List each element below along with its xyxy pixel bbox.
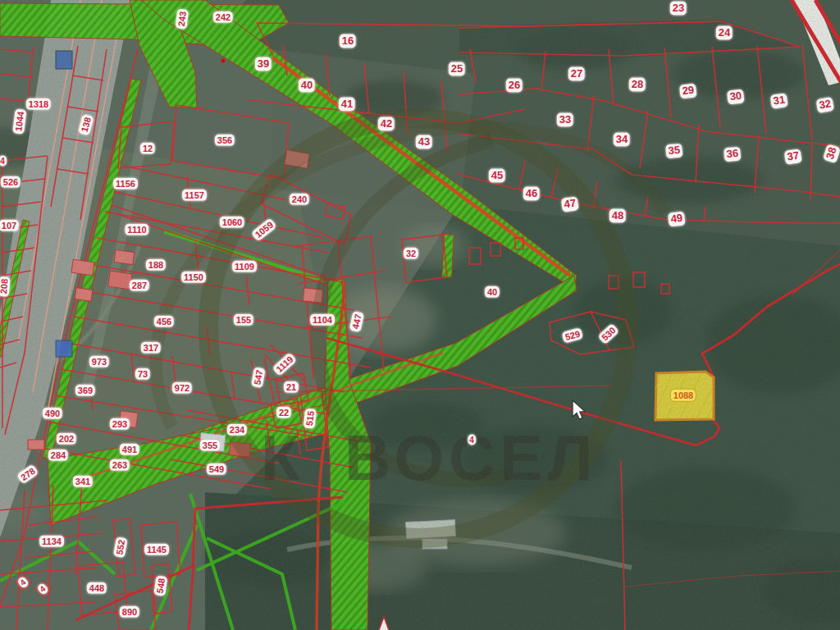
- satellite-map-canvas: К ВОСЕЛ: [0, 0, 840, 630]
- map-viewport[interactable]: К ВОСЕЛ 23242526272829303132333435363738…: [0, 0, 840, 630]
- noise-overlay: [0, 0, 840, 630]
